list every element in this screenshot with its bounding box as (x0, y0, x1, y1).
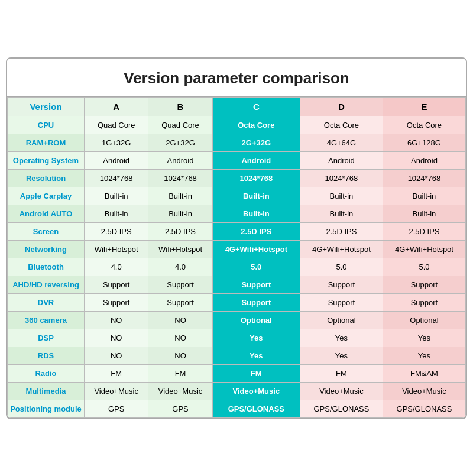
cell-b: Support (148, 293, 212, 311)
cell-a: NO (85, 311, 148, 329)
table-body: CPUQuad CoreQuad CoreOcta CoreOcta CoreO… (8, 116, 466, 417)
table-row: Screen2.5D IPS2.5D IPS2.5D IPS2.5D IPS2.… (8, 222, 466, 240)
cell-a: 1024*768 (85, 169, 148, 187)
cell-b: Video+Music (148, 382, 212, 400)
cell-b: 4.0 (148, 258, 212, 276)
page-title: Version parameter comparison (7, 59, 466, 97)
col-e-header: E (383, 97, 465, 116)
cell-d: 1024*768 (300, 169, 383, 187)
table-row: DVRSupportSupportSupportSupportSupport (8, 293, 466, 311)
table-row: DSPNONOYesYesYes (8, 329, 466, 347)
table-row: MultimediaVideo+MusicVideo+MusicVideo+Mu… (8, 382, 466, 400)
cell-c: Octa Core (212, 116, 300, 134)
row-label: CPU (8, 116, 85, 134)
table-row: RAM+ROM1G+32G2G+32G2G+32G4G+64G6G+128G (8, 134, 466, 151)
table-row: Bluetooth4.04.05.05.05.0 (8, 258, 466, 276)
cell-c: GPS/GLONASS (212, 400, 300, 417)
cell-a: NO (85, 329, 148, 347)
row-label: Radio (8, 364, 85, 382)
row-label: Bluetooth (8, 258, 85, 276)
cell-d: Yes (300, 329, 383, 347)
table-row: Operating SystemAndroidAndroidAndroidAnd… (8, 151, 466, 169)
cell-c: Android (212, 151, 300, 169)
cell-d: 5.0 (300, 258, 383, 276)
cell-a: 4.0 (85, 258, 148, 276)
cell-d: 4G+Wifi+Hotspot (300, 240, 383, 258)
cell-c: Optional (212, 311, 300, 329)
row-label: Android AUTO (8, 205, 85, 222)
col-c-header: C (212, 97, 300, 116)
cell-e: 6G+128G (383, 134, 465, 151)
cell-a: Support (85, 293, 148, 311)
table-row: Positioning moduleGPSGPSGPS/GLONASSGPS/G… (8, 400, 466, 417)
cell-b: NO (148, 311, 212, 329)
cell-a: Video+Music (85, 382, 148, 400)
cell-e: 4G+Wifi+Hotspot (383, 240, 465, 258)
cell-d: Support (300, 276, 383, 293)
table-row: NetworkingWifi+HotspotWifi+Hotspot4G+Wif… (8, 240, 466, 258)
cell-e: Yes (383, 329, 465, 347)
cell-c: 1024*768 (212, 169, 300, 187)
cell-b: 2.5D IPS (148, 222, 212, 240)
cell-e: Optional (383, 311, 465, 329)
cell-b: GPS (148, 400, 212, 417)
col-b-header: B (148, 97, 212, 116)
cell-e: Built-in (383, 187, 465, 205)
table-row: Android AUTOBuilt-inBuilt-inBuilt-inBuil… (8, 205, 466, 222)
cell-a: Wifi+Hotspot (85, 240, 148, 258)
cell-e: Video+Music (383, 382, 465, 400)
table-row: RadioFMFMFMFMFM&AM (8, 364, 466, 382)
cell-a: 1G+32G (85, 134, 148, 151)
cell-d: GPS/GLONASS (300, 400, 383, 417)
cell-a: Quad Core (85, 116, 148, 134)
table-row: 360 cameraNONOOptionalOptionalOptional (8, 311, 466, 329)
cell-e: Support (383, 276, 465, 293)
row-label: Screen (8, 222, 85, 240)
cell-a: Built-in (85, 205, 148, 222)
cell-b: Quad Core (148, 116, 212, 134)
cell-d: Optional (300, 311, 383, 329)
table-row: AHD/HD reversingSupportSupportSupportSup… (8, 276, 466, 293)
cell-d: 4G+64G (300, 134, 383, 151)
cell-e: Android (383, 151, 465, 169)
row-label: Resolution (8, 169, 85, 187)
cell-e: Support (383, 293, 465, 311)
col-a-header: A (85, 97, 148, 116)
col-d-header: D (300, 97, 383, 116)
row-label: Networking (8, 240, 85, 258)
cell-c: Built-in (212, 205, 300, 222)
row-label: 360 camera (8, 311, 85, 329)
cell-c: 4G+Wifi+Hotspot (212, 240, 300, 258)
cell-d: Android (300, 151, 383, 169)
cell-c: Video+Music (212, 382, 300, 400)
cell-c: Built-in (212, 187, 300, 205)
cell-c: Yes (212, 329, 300, 347)
cell-d: Yes (300, 347, 383, 364)
cell-c: Yes (212, 347, 300, 364)
row-label: DVR (8, 293, 85, 311)
cell-d: Built-in (300, 205, 383, 222)
cell-e: 1024*768 (383, 169, 465, 187)
cell-c: 5.0 (212, 258, 300, 276)
row-label: RAM+ROM (8, 134, 85, 151)
cell-e: 2.5D IPS (383, 222, 465, 240)
cell-b: Android (148, 151, 212, 169)
cell-a: 2.5D IPS (85, 222, 148, 240)
cell-e: Yes (383, 347, 465, 364)
cell-a: Built-in (85, 187, 148, 205)
cell-b: 1024*768 (148, 169, 212, 187)
table-row: CPUQuad CoreQuad CoreOcta CoreOcta CoreO… (8, 116, 466, 134)
cell-d: 2.5D IPS (300, 222, 383, 240)
cell-c: 2.5D IPS (212, 222, 300, 240)
row-label: Positioning module (8, 400, 85, 417)
cell-a: FM (85, 364, 148, 382)
cell-a: Android (85, 151, 148, 169)
cell-d: Support (300, 293, 383, 311)
cell-b: Wifi+Hotspot (148, 240, 212, 258)
cell-e: Octa Core (383, 116, 465, 134)
cell-e: Built-in (383, 205, 465, 222)
row-label: Apple Carplay (8, 187, 85, 205)
table-row: Apple CarplayBuilt-inBuilt-inBuilt-inBui… (8, 187, 466, 205)
row-label: Operating System (8, 151, 85, 169)
cell-b: Support (148, 276, 212, 293)
